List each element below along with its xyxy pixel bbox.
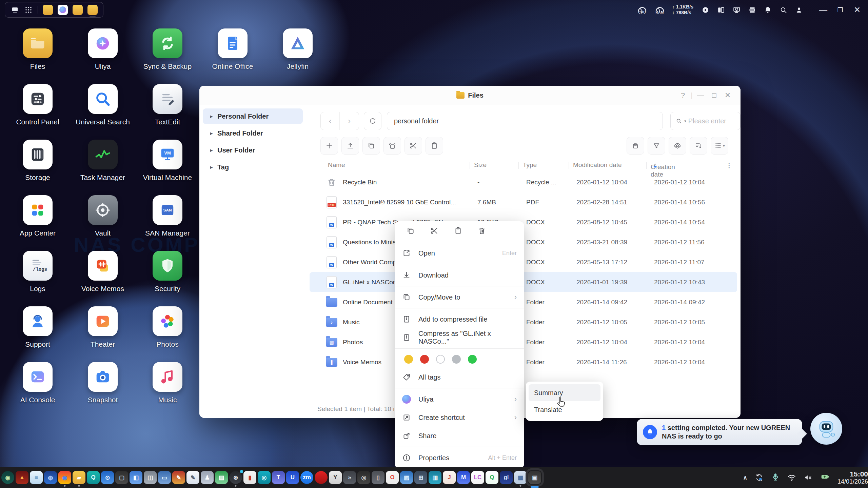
taskbar-database-app[interactable]: ▮ bbox=[243, 471, 256, 484]
user-icon[interactable] bbox=[794, 5, 803, 14]
taskbar-file-explorer[interactable]: ▰ bbox=[73, 471, 85, 484]
column-type[interactable]: Type bbox=[523, 161, 537, 169]
menu-item-compress-as-gl-inet-x-nasco[interactable]: Compress as "GL.iNet x NASCo..." bbox=[395, 328, 524, 347]
taskbar-chrome-browser[interactable]: ◉ bbox=[58, 471, 71, 484]
pinned-uliya-app[interactable] bbox=[58, 5, 68, 15]
menu-item-add-to-compressed-file[interactable]: Add to compressed file bbox=[395, 310, 524, 328]
back-button[interactable]: ‹ bbox=[321, 112, 339, 130]
desktop-icon-textedit[interactable]: TextEdit bbox=[142, 84, 193, 126]
path-input[interactable]: personal folder bbox=[387, 112, 663, 130]
battery-icon[interactable] bbox=[820, 472, 830, 483]
taskbar-gallery-app[interactable]: ▦ bbox=[514, 471, 527, 484]
taskbar-snip-tool[interactable]: ▢ bbox=[115, 471, 128, 484]
quick-delete-icon[interactable] bbox=[477, 226, 486, 237]
taskbar-usb-app[interactable]: ▯ bbox=[372, 471, 384, 484]
desktop-icon-photos[interactable]: Photos bbox=[142, 306, 193, 348]
file-row[interactable]: PDF331520_Intel® 82599 10 GbE Control...… bbox=[310, 192, 737, 212]
show-desktop-icon[interactable] bbox=[11, 5, 19, 14]
desktop-icon-security[interactable]: Security bbox=[142, 251, 193, 293]
desktop-icon-control-panel[interactable]: Control Panel bbox=[12, 84, 63, 126]
taskbar-flame-app[interactable]: ▲ bbox=[16, 471, 28, 484]
toolbar-copy-button[interactable] bbox=[362, 137, 380, 155]
taskbar-teal-search-app[interactable]: Q bbox=[87, 471, 100, 484]
taskbar-opera-browser[interactable]: O bbox=[386, 471, 399, 484]
toolbar-upload-button[interactable] bbox=[341, 137, 359, 155]
search-scope-caret-icon[interactable]: ▾ bbox=[684, 119, 686, 123]
menu-item-properties[interactable]: PropertiesAlt + Enter bbox=[395, 449, 524, 467]
refresh-button[interactable] bbox=[364, 112, 381, 130]
taskbar-remote-tools-app[interactable]: » bbox=[343, 471, 356, 484]
taskbar-red-letter-app[interactable]: J bbox=[443, 471, 456, 484]
quick-clipboard-icon[interactable] bbox=[454, 226, 462, 237]
assistant-robot-mascot[interactable] bbox=[810, 413, 842, 445]
volume-muted-icon[interactable] bbox=[804, 473, 812, 482]
search-input[interactable]: ▾ Please enter bbox=[670, 112, 741, 130]
taskbar-blue-search-app[interactable]: ⊙ bbox=[101, 471, 114, 484]
desktop-minimize-button[interactable]: — bbox=[818, 5, 828, 15]
column-name[interactable]: Name bbox=[328, 161, 345, 169]
desktop-icon-support[interactable]: Support bbox=[12, 306, 63, 348]
taskbar-gl-app[interactable]: gl bbox=[500, 471, 513, 484]
column-options-icon[interactable]: ⋮ bbox=[726, 161, 732, 169]
toolbar-view-list-button[interactable]: ▾ bbox=[711, 137, 728, 155]
taskbar-disc-app[interactable]: ◎ bbox=[357, 471, 370, 484]
network-speeds[interactable]: ↑ 1.1KB/s ↓ 788B/s bbox=[672, 4, 693, 16]
desktop-icon-snapshot[interactable]: Snapshot bbox=[77, 362, 128, 404]
taskbar-m-app[interactable]: M bbox=[457, 471, 470, 484]
menu-item-uliya[interactable]: Uliya› bbox=[395, 390, 524, 408]
forward-button[interactable]: › bbox=[339, 112, 358, 130]
mic-icon[interactable] bbox=[771, 472, 780, 483]
sync-icon[interactable] bbox=[755, 473, 764, 482]
desktop-icon-logs[interactable]: /logs Logs bbox=[12, 251, 63, 293]
pinned-files-app[interactable] bbox=[43, 5, 53, 15]
desktop-icon-voice[interactable]: Voice Memos bbox=[77, 251, 128, 293]
taskbar-design-grid-app[interactable]: ✎ bbox=[172, 471, 185, 484]
help-button[interactable]: ? bbox=[676, 91, 690, 99]
pinned-folder-app-2[interactable] bbox=[73, 5, 83, 15]
taskbar-print-server-app[interactable]: ▤ bbox=[215, 471, 228, 484]
taskbar-notes-app[interactable]: ≡ bbox=[30, 471, 43, 484]
desktop-icon-music[interactable]: Music bbox=[142, 362, 193, 404]
menu-item-create-shortcut[interactable]: Create shortcut› bbox=[395, 408, 524, 427]
toolbar-sort-button[interactable] bbox=[690, 137, 707, 155]
quick-cut-icon[interactable] bbox=[430, 226, 439, 237]
toolbar-paste-button[interactable] bbox=[383, 137, 401, 155]
column-modified[interactable]: Modification date bbox=[573, 161, 622, 169]
desktop-icon-theater[interactable]: Theater bbox=[77, 306, 128, 348]
cpu-gauge[interactable]: CPU bbox=[637, 6, 647, 14]
menu-item-download[interactable]: Download bbox=[395, 266, 524, 284]
sidebar-item-personal-folder[interactable]: ▸ Personal Folder bbox=[203, 108, 303, 124]
sidebar-item-shared-folder[interactable]: ▸ Shared Folder bbox=[203, 125, 303, 141]
taskbar-remote-pc-app[interactable]: ▭ bbox=[158, 471, 171, 484]
expand-chevron-icon[interactable]: ▸ bbox=[210, 130, 213, 136]
bell-icon[interactable] bbox=[763, 5, 772, 14]
disc-icon[interactable] bbox=[701, 5, 710, 14]
toolbar-clipboard-button[interactable] bbox=[426, 137, 443, 155]
search-icon[interactable] bbox=[779, 5, 788, 14]
toolbar-filter-button[interactable] bbox=[648, 137, 665, 155]
file-row[interactable]: Recycle Bin - Recycle ... 2026-01-12 10:… bbox=[310, 172, 737, 192]
taskbar-q-green-app[interactable]: Q bbox=[486, 471, 498, 484]
taskbar-u-app[interactable]: U bbox=[286, 471, 299, 484]
desktop-icon-task-manager[interactable]: Task Manager bbox=[77, 140, 128, 182]
taskbar-stats-app[interactable]: ▥ bbox=[429, 471, 441, 484]
server-icon[interactable] bbox=[748, 5, 756, 14]
taskbar-calculator-app[interactable]: ⊞ bbox=[414, 471, 427, 484]
desktop-icon-vault[interactable]: Vault bbox=[77, 195, 128, 237]
desktop-icon-files[interactable]: Files bbox=[12, 28, 63, 70]
sidebar-item-user-folder[interactable]: ▸ User Folder bbox=[203, 142, 303, 158]
toolbar-add-button[interactable] bbox=[320, 137, 338, 155]
menu-item-all-tags[interactable]: All tags bbox=[395, 368, 524, 386]
column-size[interactable]: Size bbox=[474, 161, 487, 169]
remote-monitor-icon[interactable] bbox=[732, 5, 741, 14]
desktop-close-button[interactable]: ✕ bbox=[852, 5, 862, 15]
menu-item-copy-move-to[interactable]: Copy/Move to› bbox=[395, 288, 524, 306]
taskbar-user-finder-app[interactable]: ♟ bbox=[201, 471, 214, 484]
desktop-restore-button[interactable]: ❐ bbox=[835, 6, 845, 14]
desktop-icon-office[interactable]: Online Office bbox=[207, 28, 258, 70]
taskbar-doc-editor-app[interactable]: ✎ bbox=[186, 471, 199, 484]
expand-chevron-icon[interactable]: ▸ bbox=[210, 114, 213, 119]
taskbar-launcher-shell[interactable]: ◉ bbox=[1, 471, 14, 484]
desktop-icon-vm[interactable]: VM Virtual Machine bbox=[142, 140, 193, 182]
desktop-icon-jellyfin[interactable]: Jellyfin bbox=[272, 28, 323, 70]
